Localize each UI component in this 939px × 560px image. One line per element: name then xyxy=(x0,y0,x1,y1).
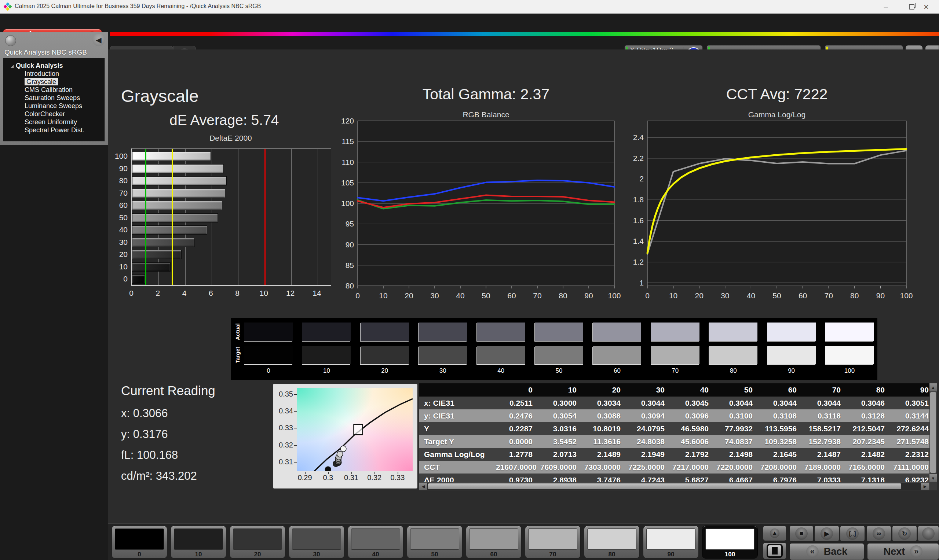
target-swatch xyxy=(535,346,583,364)
pattern-bar-expand-button[interactable]: ▲ xyxy=(763,526,786,541)
pattern-level-button-50[interactable]: 50 xyxy=(407,526,463,558)
pattern-range-button[interactable]: [‥] xyxy=(840,526,865,542)
table-cell: 30 xyxy=(628,383,672,397)
pattern-level-button-70[interactable]: 70 xyxy=(525,526,581,558)
sidebar-item-quick-analysis[interactable]: ◢Quick Analysis xyxy=(3,62,105,70)
chevron-left-icon: ◀ xyxy=(96,35,101,45)
table-cell: 0.3044 xyxy=(760,397,804,409)
pattern-level-button-100[interactable]: 100 xyxy=(702,526,758,558)
table-cell: 152.7938 xyxy=(804,435,848,448)
table-cell: 0.3044 xyxy=(716,397,760,409)
table-cell: 0.3118 xyxy=(804,409,848,422)
window-title: Calman 2025 Calman Ultimate for Business… xyxy=(15,3,261,9)
pattern-level-button-30[interactable]: 30 xyxy=(289,526,344,558)
svg-text:90: 90 xyxy=(584,291,593,300)
scroll-right-icon[interactable]: ▶ xyxy=(921,483,929,490)
scroll-up-icon[interactable]: ▲ xyxy=(930,383,937,391)
svg-text:50: 50 xyxy=(772,291,781,300)
scroll-down-icon[interactable]: ▼ xyxy=(930,474,937,482)
table-cell: 0.3094 xyxy=(628,409,672,422)
next-button[interactable]: Next » xyxy=(867,543,939,560)
tick xyxy=(294,445,297,446)
pattern-level-label: 100 xyxy=(702,551,757,558)
scroll-left-icon[interactable]: ◀ xyxy=(419,483,427,490)
tick xyxy=(305,472,305,474)
scrollbar-thumb[interactable] xyxy=(428,483,901,489)
tree-expand-icon[interactable]: ◢ xyxy=(11,62,16,70)
table-cell: 7189.0000 xyxy=(804,461,848,474)
pattern-level-button-40[interactable]: 40 xyxy=(348,526,404,558)
swatch-column-label: 20 xyxy=(361,367,409,375)
pattern-level-button-80[interactable]: 80 xyxy=(584,526,640,558)
rgb-balance-chart: 1201151101051009590858001020304050607080… xyxy=(336,117,625,304)
sidebar-item-saturation-sweeps[interactable]: Saturation Sweeps xyxy=(3,94,105,102)
continuous-read-button[interactable]: ∞ xyxy=(867,526,891,542)
svg-text:30: 30 xyxy=(721,291,729,300)
minimize-button[interactable]: – xyxy=(873,0,899,14)
sidebar-status-orb[interactable] xyxy=(5,35,16,46)
sidebar-item-luminance-sweeps[interactable]: Luminance Sweeps xyxy=(3,102,105,110)
axis-tick-label: 40 xyxy=(110,225,128,234)
blank-action-button[interactable] xyxy=(918,526,939,542)
tick xyxy=(328,472,328,474)
scrollbar-thumb[interactable] xyxy=(930,392,936,473)
table-cell: 0.3044 xyxy=(628,397,672,409)
chevrons-right-icon: » xyxy=(910,545,922,558)
pattern-swatch xyxy=(233,528,282,550)
close-button[interactable]: × xyxy=(913,0,939,14)
axis-tick-label: 100 xyxy=(110,151,128,160)
pattern-level-button-90[interactable]: 90 xyxy=(643,526,699,558)
pattern-level-button-10[interactable]: 10 xyxy=(171,526,226,558)
table-cell: 74.0837 xyxy=(716,435,760,448)
sidebar-item-colorchecker[interactable]: ColorChecker xyxy=(3,110,105,118)
back-button[interactable]: « Back xyxy=(789,543,864,560)
loop-button[interactable]: ↻ xyxy=(892,526,917,542)
deltae-bar xyxy=(132,274,145,284)
target-swatch xyxy=(361,346,409,364)
table-cell: 271.5748 xyxy=(892,435,930,448)
pattern-level-button-20[interactable]: 20 xyxy=(230,526,285,558)
axis-tick-label: 0.33 xyxy=(389,474,406,482)
pattern-window-button[interactable] xyxy=(763,542,786,559)
svg-text:2.2: 2.2 xyxy=(633,154,644,162)
table-cell: 80 xyxy=(848,383,892,397)
table-horizontal-scrollbar[interactable]: ◀ ▶ xyxy=(419,482,930,490)
infinity-icon: ∞ xyxy=(873,528,885,540)
axis-tick-label: 14 xyxy=(308,289,326,298)
svg-text:90: 90 xyxy=(345,240,354,249)
table-cell: 10.8019 xyxy=(584,422,628,435)
blank-icon xyxy=(922,528,934,540)
sidebar-item-introduction[interactable]: Introduction xyxy=(3,70,105,78)
deltae-chart: 0102030405060708090100 02468101214 xyxy=(109,145,336,305)
pattern-level-button-60[interactable]: 60 xyxy=(466,526,521,558)
svg-text:1.4: 1.4 xyxy=(633,237,644,245)
sidebar-collapse-button[interactable]: ◀ xyxy=(93,34,105,46)
pattern-level-button-0[interactable]: 0 xyxy=(111,526,167,558)
stop-button[interactable]: ■ xyxy=(789,526,814,542)
axis-tick-label: 20 xyxy=(110,249,128,259)
axis-tick-label: 80 xyxy=(110,176,128,185)
table-vertical-scrollbar[interactable]: ▲ ▼ xyxy=(930,383,937,490)
sidebar-item-screen-uniformity[interactable]: Screen Uniformity xyxy=(3,118,105,126)
sidebar-item-grayscale[interactable]: Grayscale xyxy=(3,78,105,86)
app-header-band: calman ▼ History 1 + X-Rite i1Pro 2Direc… xyxy=(0,14,939,49)
table-cell: 272.6244 xyxy=(892,422,930,435)
swatch-column-label: 40 xyxy=(477,367,525,375)
deltae-bar xyxy=(132,238,195,247)
workflow-tree: ◢Quick AnalysisIntroductionGrayscaleCMS … xyxy=(3,58,105,142)
axis-tick-label: 10 xyxy=(110,262,128,271)
pattern-swatch xyxy=(410,528,459,550)
table-row-label: Target Y xyxy=(419,435,496,448)
play-button[interactable]: ▶ xyxy=(814,526,839,542)
table-cell: 7165.0000 xyxy=(848,461,892,474)
table-cell: 7220.0000 xyxy=(716,461,760,474)
grayscale-swatch-strip: ActualTarget0102030405060708090100 xyxy=(231,318,877,380)
table-row: Y0.22873.031610.801924.079546.598077.993… xyxy=(419,422,930,435)
sidebar-item-spectral-power-dist[interactable]: Spectral Power Dist. xyxy=(3,126,105,134)
axis-tick-label: 0.29 xyxy=(296,474,314,482)
pattern-swatch xyxy=(528,528,577,550)
table-cell: 0.3044 xyxy=(804,397,848,409)
table-cell: 109.3258 xyxy=(760,435,804,448)
actual-swatch xyxy=(302,323,351,341)
sidebar-item-cms-calibration[interactable]: CMS Calibration xyxy=(3,86,105,94)
